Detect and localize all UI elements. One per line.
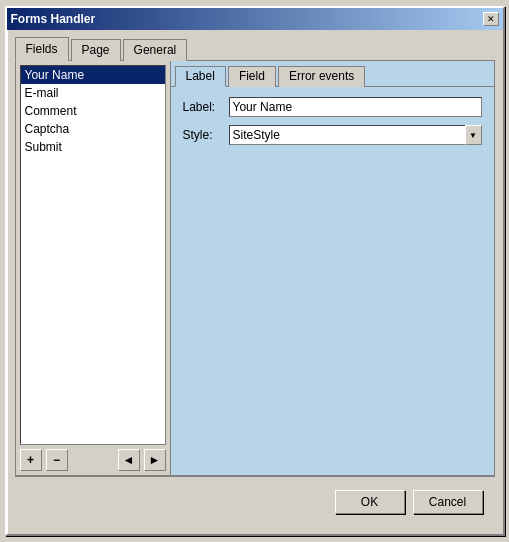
move-up-button[interactable]: ◄ — [118, 449, 140, 471]
ok-button[interactable]: OK — [335, 490, 405, 514]
style-row: Style: SiteStyle Custom — [183, 125, 482, 145]
style-field-label: Style: — [183, 128, 223, 142]
label-tab-content: Label: Style: SiteStyle Custom — [171, 86, 494, 475]
cancel-button[interactable]: Cancel — [413, 490, 483, 514]
forms-handler-window: Forms Handler ✕ Fields Page General Your… — [5, 6, 505, 536]
inner-tab-bar: Label Field Error events — [171, 61, 494, 86]
list-item[interactable]: Your Name — [21, 66, 165, 84]
move-down-button[interactable]: ► — [144, 449, 166, 471]
tab-content-area: Your Name E-mail Comment Captcha Submit … — [15, 60, 495, 476]
tab-page[interactable]: Page — [71, 39, 121, 61]
list-toolbar: + − ◄ ► — [20, 449, 166, 471]
remove-field-button[interactable]: − — [46, 449, 68, 471]
list-item[interactable]: Captcha — [21, 120, 165, 138]
label-field-label: Label: — [183, 100, 223, 114]
list-item[interactable]: Comment — [21, 102, 165, 120]
fields-list: Your Name E-mail Comment Captcha Submit — [20, 65, 166, 445]
tab-fields[interactable]: Fields — [15, 37, 69, 61]
outer-tab-bar: Fields Page General — [15, 36, 495, 60]
title-bar: Forms Handler ✕ — [7, 8, 503, 30]
tab-field[interactable]: Field — [228, 66, 276, 87]
style-select-wrapper: SiteStyle Custom — [229, 125, 482, 145]
label-row: Label: — [183, 97, 482, 117]
list-item[interactable]: Submit — [21, 138, 165, 156]
window-body: Fields Page General Your Name E-mail Com… — [7, 30, 503, 534]
list-item[interactable]: E-mail — [21, 84, 165, 102]
tab-general[interactable]: General — [123, 39, 188, 61]
label-input[interactable] — [229, 97, 482, 117]
close-button[interactable]: ✕ — [483, 12, 499, 26]
window-title: Forms Handler — [11, 12, 96, 26]
bottom-area: OK Cancel — [15, 476, 495, 526]
add-field-button[interactable]: + — [20, 449, 42, 471]
title-bar-controls: ✕ — [483, 12, 499, 26]
style-select[interactable]: SiteStyle Custom — [229, 125, 482, 145]
tab-error-events[interactable]: Error events — [278, 66, 365, 87]
right-panel: Label Field Error events Label: Style: S… — [171, 61, 494, 475]
fields-panel: Your Name E-mail Comment Captcha Submit … — [16, 61, 171, 475]
tab-label[interactable]: Label — [175, 66, 226, 87]
